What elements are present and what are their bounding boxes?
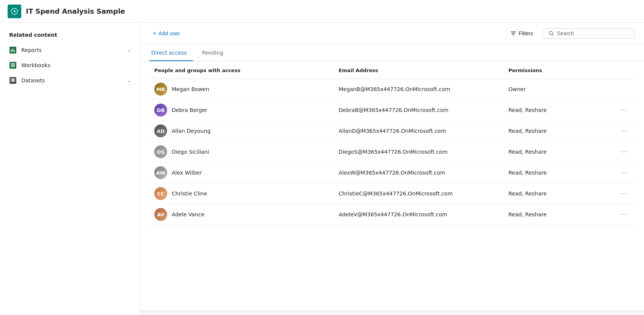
sidebar-item-datasets-label: Datasets <box>21 77 127 83</box>
sidebar-section-title: Related content <box>0 29 140 43</box>
avatar: AV <box>154 208 167 221</box>
search-input[interactable] <box>557 30 625 36</box>
col-header-email: Email Address <box>334 61 504 79</box>
user-name-cell: AW Alex Wilber <box>150 162 334 183</box>
user-email-cell: DiegoS@M365x447726.OnMicrosoft.com <box>334 142 504 162</box>
user-email-cell: DebraB@M365x447726.OnMicrosoft.com <box>334 100 504 121</box>
user-permission-cell: Read, Reshare <box>504 121 601 142</box>
access-table-container: People and groups with access Email Addr… <box>141 61 644 310</box>
user-name: Adele Vance <box>172 211 204 217</box>
add-user-button[interactable]: + Add user <box>150 28 183 38</box>
svg-rect-9 <box>11 80 15 82</box>
user-email-cell: AllanD@M365x447726.OnMicrosoft.com <box>334 121 504 142</box>
svg-rect-3 <box>13 49 13 52</box>
table-row: CC Christie Cline ChristieC@M365x447726.… <box>150 183 635 204</box>
tab-pending[interactable]: Pending <box>201 44 229 61</box>
user-name-cell: CC Christie Cline <box>150 183 334 204</box>
user-permission-cell: Read, Reshare <box>504 204 601 225</box>
page-title: IT Spend Analysis Sample <box>26 7 125 15</box>
user-action-cell: ··· <box>601 183 635 204</box>
reports-icon <box>9 46 17 54</box>
user-name: Megan Bowen <box>172 86 209 92</box>
svg-rect-5 <box>11 63 15 64</box>
avatar: AW <box>154 166 167 179</box>
user-permission-cell: Read, Reshare <box>504 142 601 162</box>
datasets-chevron-icon: ⌄ <box>127 78 131 83</box>
bottom-scrollbar[interactable] <box>141 310 644 315</box>
user-action-cell: ··· <box>601 100 635 121</box>
more-options-button[interactable]: ··· <box>618 209 630 219</box>
svg-rect-8 <box>11 79 15 80</box>
more-options-button[interactable]: ··· <box>618 105 630 115</box>
sidebar-item-workbooks[interactable]: Workbooks <box>0 58 140 73</box>
search-icon <box>549 31 554 36</box>
user-permission-cell: Read, Reshare <box>504 162 601 183</box>
avatar: MB <box>154 83 167 96</box>
filter-icon <box>510 30 516 36</box>
table-row: AV Adele Vance AdeleV@M365x447726.OnMicr… <box>150 204 635 225</box>
table-row: DS Diego Siciliani DiegoS@M365x447726.On… <box>150 142 635 162</box>
user-name-cell: AV Adele Vance <box>150 204 334 225</box>
app-header: IT Spend Analysis Sample <box>0 0 644 23</box>
user-permission-cell: Read, Reshare <box>504 100 601 121</box>
workbooks-icon <box>9 61 17 69</box>
sidebar: Related content Reports ⌄ <box>0 23 141 315</box>
more-options-button[interactable]: ··· <box>618 147 630 157</box>
user-name: Debra Berger <box>172 107 207 113</box>
tab-pending-label: Pending <box>202 50 223 56</box>
user-name-cell: DS Diego Siciliani <box>150 142 334 162</box>
user-action-cell: ··· <box>601 142 635 162</box>
table-row: AD Allan Deyoung AllanD@M365x447726.OnMi… <box>150 121 635 142</box>
user-action-cell: ··· <box>601 204 635 225</box>
avatar: DS <box>154 145 167 158</box>
access-table: People and groups with access Email Addr… <box>150 61 635 225</box>
tab-direct-access-label: Direct access <box>151 50 187 56</box>
tabs-container: Direct access Pending <box>141 44 644 61</box>
more-options-button[interactable]: ··· <box>618 126 630 136</box>
user-action-cell: ··· <box>601 121 635 142</box>
sidebar-item-reports-label: Reports <box>21 47 127 53</box>
sidebar-item-datasets[interactable]: Datasets ⌄ <box>0 73 140 88</box>
user-name-cell: MB Megan Bowen <box>150 79 334 100</box>
svg-rect-4 <box>14 50 15 52</box>
search-box[interactable] <box>544 28 635 39</box>
svg-rect-6 <box>11 65 15 66</box>
user-email-cell: MeganB@M365x447726.OnMicrosoft.com <box>334 79 504 100</box>
reports-chevron-icon: ⌄ <box>127 47 131 53</box>
svg-point-1 <box>14 11 15 12</box>
user-permission-cell: Owner <box>504 79 601 100</box>
user-name: Allan Deyoung <box>172 128 210 134</box>
user-email-cell: AlexW@M365x447726.OnMicrosoft.com <box>334 162 504 183</box>
table-row: MB Megan Bowen MeganB@M365x447726.OnMicr… <box>150 79 635 100</box>
user-action-cell <box>601 79 635 100</box>
filters-label: Filters <box>519 30 533 36</box>
avatar: CC <box>154 187 167 200</box>
user-email-cell: ChristieC@M365x447726.OnMicrosoft.com <box>334 183 504 204</box>
more-options-button[interactable]: ··· <box>618 189 630 198</box>
avatar: AD <box>154 124 167 137</box>
content-area: + Add user Filters <box>141 23 644 315</box>
svg-rect-2 <box>11 49 12 52</box>
table-row: AW Alex Wilber AlexW@M365x447726.OnMicro… <box>150 162 635 183</box>
user-name: Christie Cline <box>172 191 207 197</box>
col-header-permissions: Permissions <box>504 61 601 79</box>
col-header-name: People and groups with access <box>150 61 334 79</box>
app-icon <box>8 5 21 18</box>
user-action-cell: ··· <box>601 162 635 183</box>
svg-rect-7 <box>11 66 15 67</box>
user-name: Alex Wilber <box>172 170 202 176</box>
more-options-button[interactable]: ··· <box>618 168 630 178</box>
sidebar-item-reports[interactable]: Reports ⌄ <box>0 43 140 58</box>
toolbar: + Add user Filters <box>141 23 644 44</box>
sidebar-item-workbooks-label: Workbooks <box>21 62 131 68</box>
user-permission-cell: Read, Reshare <box>504 183 601 204</box>
table-row: DB Debra Berger DebraB@M365x447726.OnMic… <box>150 100 635 121</box>
add-icon: + <box>153 30 156 37</box>
datasets-icon <box>9 77 17 84</box>
filters-button[interactable]: Filters <box>507 29 536 38</box>
user-email-cell: AdeleV@M365x447726.OnMicrosoft.com <box>334 204 504 225</box>
add-user-label: Add user <box>158 30 180 36</box>
avatar: DB <box>154 104 167 117</box>
user-name-cell: DB Debra Berger <box>150 100 334 121</box>
tab-direct-access[interactable]: Direct access <box>150 44 193 61</box>
